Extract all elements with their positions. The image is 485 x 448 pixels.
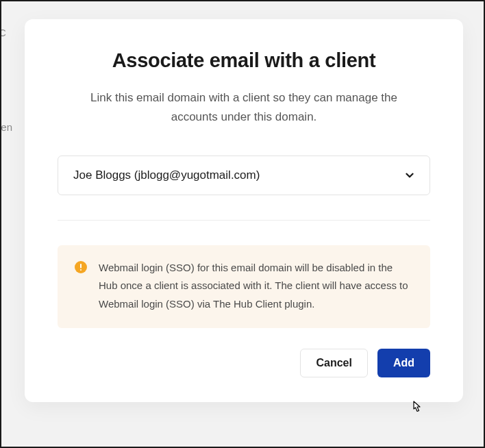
cursor-pointer-icon bbox=[410, 400, 423, 415]
client-select[interactable]: Joe Bloggs (jblogg@yugotmail.com) bbox=[58, 155, 430, 195]
modal-subtitle: Link this email domain with a client so … bbox=[66, 88, 422, 127]
svg-rect-2 bbox=[80, 269, 82, 271]
notice-text: Webmail login (SSO) for this email domai… bbox=[99, 259, 414, 313]
sso-warning-notice: Webmail login (SSO) for this email domai… bbox=[58, 245, 430, 328]
client-select-value: Joe Bloggs (jblogg@yugotmail.com) bbox=[73, 169, 260, 182]
warning-icon bbox=[74, 260, 88, 274]
modal-title: Associate email with a client bbox=[58, 49, 430, 72]
background-text-fragment: ien bbox=[0, 121, 12, 133]
modal-button-row: Cancel Add bbox=[58, 349, 430, 377]
svg-rect-1 bbox=[80, 264, 82, 269]
page-frame: C ien Associate email with a client Link… bbox=[0, 0, 485, 448]
divider bbox=[58, 220, 430, 221]
cancel-button[interactable]: Cancel bbox=[300, 349, 367, 377]
chevron-down-icon bbox=[403, 169, 416, 182]
add-button[interactable]: Add bbox=[377, 349, 430, 377]
background-text-fragment: C bbox=[0, 27, 6, 38]
associate-email-modal: Associate email with a client Link this … bbox=[25, 19, 463, 402]
